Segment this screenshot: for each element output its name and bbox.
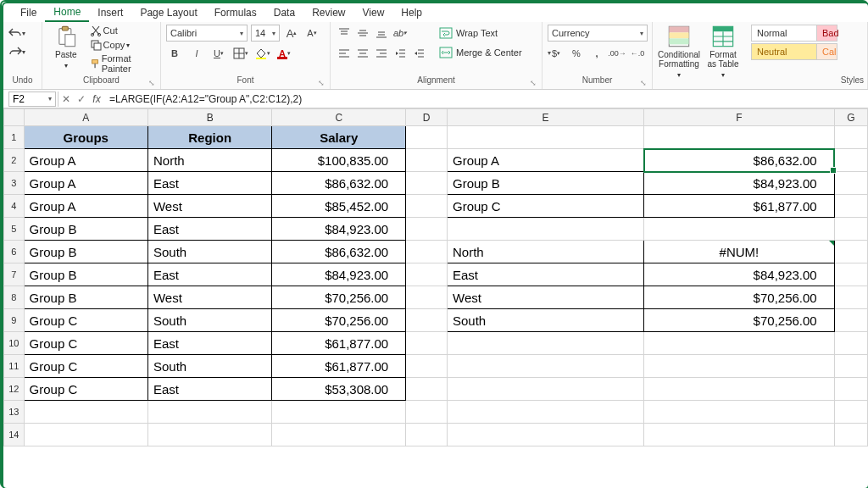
cell-C7[interactable]: $84,923.00	[272, 263, 406, 286]
row-header-10[interactable]: 10	[4, 332, 25, 355]
cell-G9[interactable]	[834, 309, 867, 332]
cell-D10[interactable]	[406, 332, 448, 355]
row-header-9[interactable]: 9	[4, 309, 25, 332]
cell-G14[interactable]	[834, 424, 867, 446]
menu-insert[interactable]: Insert	[89, 4, 131, 21]
cell-C14[interactable]	[272, 424, 406, 446]
cell-D1[interactable]	[406, 126, 448, 149]
cell-C2[interactable]: $100,835.00	[272, 149, 406, 172]
cell-B13[interactable]	[147, 401, 271, 424]
border-icon[interactable]: ▾	[232, 45, 249, 62]
cell-E5[interactable]	[448, 218, 644, 241]
col-header-F[interactable]: F	[644, 109, 835, 126]
cell-D8[interactable]	[406, 286, 448, 309]
cell-G7[interactable]	[834, 263, 867, 286]
cell-B5[interactable]: East	[147, 218, 271, 241]
row-header-13[interactable]: 13	[4, 401, 25, 424]
row-header-14[interactable]: 14	[4, 424, 25, 446]
dialog-launcher-icon[interactable]: ⤡	[530, 79, 537, 87]
number-format-select[interactable]: Currency▾	[548, 25, 648, 42]
cell-C12[interactable]: $53,308.00	[272, 378, 406, 401]
cell-G6[interactable]	[834, 241, 867, 263]
cell-D12[interactable]	[406, 378, 448, 401]
cell-D13[interactable]	[406, 401, 448, 424]
cell-D4[interactable]	[406, 195, 448, 218]
cut-button[interactable]: Cut	[90, 25, 155, 36]
cell-C5[interactable]: $84,923.00	[272, 218, 406, 241]
cell-G12[interactable]	[834, 378, 867, 401]
cell-F8[interactable]: $70,256.00	[644, 286, 835, 309]
cell-A1[interactable]: Groups	[24, 126, 147, 149]
col-header-A[interactable]: A	[24, 109, 147, 126]
cell-E11[interactable]	[448, 355, 644, 378]
cell-F2[interactable]: $86,632.00	[644, 149, 835, 172]
cell-A13[interactable]	[24, 401, 147, 424]
cell-G3[interactable]	[834, 172, 867, 195]
menu-formulas[interactable]: Formulas	[206, 4, 265, 21]
merge-center-button[interactable]: Merge & Center▾	[436, 44, 554, 61]
menu-help[interactable]: Help	[392, 4, 431, 21]
fill-color-icon[interactable]: ▾	[254, 45, 271, 62]
cell-F1[interactable]	[644, 126, 835, 149]
cell-style-neutral[interactable]: Neutral	[751, 43, 817, 60]
align-right-icon[interactable]	[373, 45, 390, 62]
fx-icon[interactable]: fx	[89, 93, 104, 105]
cell-F6[interactable]: #NUM!	[644, 241, 835, 263]
bold-icon[interactable]: B	[166, 45, 183, 62]
cell-F9[interactable]: $70,256.00	[644, 309, 835, 332]
cell-A2[interactable]: Group A	[24, 149, 147, 172]
copy-button[interactable]: Copy ▾	[90, 39, 155, 51]
cell-A5[interactable]: Group B	[24, 218, 147, 241]
orientation-icon[interactable]: ab▾	[392, 25, 409, 42]
row-header-2[interactable]: 2	[4, 149, 25, 172]
cell-F7[interactable]: $84,923.00	[644, 263, 835, 286]
increase-indent-icon[interactable]	[410, 45, 427, 62]
cell-G2[interactable]	[834, 149, 867, 172]
cell-E6[interactable]: North	[448, 241, 644, 263]
cell-F13[interactable]	[644, 401, 835, 424]
cell-E1[interactable]	[448, 126, 644, 149]
cell-F10[interactable]	[644, 332, 835, 355]
comma-icon[interactable]: ,	[588, 45, 605, 62]
col-header-D[interactable]: D	[406, 109, 448, 126]
cell-F11[interactable]	[644, 355, 835, 378]
cell-C8[interactable]: $70,256.00	[272, 286, 406, 309]
cell-E14[interactable]	[448, 424, 644, 446]
cell-F14[interactable]	[644, 424, 835, 446]
cell-A9[interactable]: Group C	[24, 309, 147, 332]
cell-D5[interactable]	[406, 218, 448, 241]
cell-B11[interactable]: South	[147, 355, 271, 378]
cell-F12[interactable]	[644, 378, 835, 401]
cell-D11[interactable]	[406, 355, 448, 378]
format-as-table-button[interactable]: Format as Table ▾	[705, 25, 741, 80]
cell-C4[interactable]: $85,452.00	[272, 195, 406, 218]
cancel-formula-icon[interactable]: ✕	[58, 93, 74, 105]
cell-F5[interactable]	[644, 218, 835, 241]
col-header-B[interactable]: B	[147, 109, 271, 126]
row-header-7[interactable]: 7	[4, 263, 25, 286]
decrease-indent-icon[interactable]	[392, 45, 409, 62]
row-header-11[interactable]: 11	[4, 355, 25, 378]
align-top-icon[interactable]	[336, 25, 353, 42]
cell-D9[interactable]	[406, 309, 448, 332]
font-color-icon[interactable]: A▾	[276, 45, 293, 62]
menu-page-layout[interactable]: Page Layout	[131, 4, 205, 21]
enter-formula-icon[interactable]: ✓	[74, 93, 89, 105]
col-header-E[interactable]: E	[448, 109, 644, 126]
cell-style-calculation[interactable]: Cal	[817, 43, 837, 60]
cell-D2[interactable]	[406, 149, 448, 172]
cell-C11[interactable]: $61,877.00	[272, 355, 406, 378]
cell-E2[interactable]: Group A	[448, 149, 644, 172]
decrease-decimal-icon[interactable]: ←.0	[629, 45, 646, 62]
paste-button[interactable]: Paste▾	[47, 25, 85, 70]
cell-E8[interactable]: West	[448, 286, 644, 309]
col-header-C[interactable]: C	[272, 109, 406, 126]
italic-icon[interactable]: I	[188, 45, 205, 62]
cell-A11[interactable]: Group C	[24, 355, 147, 378]
redo-icon[interactable]: ▾	[8, 43, 25, 60]
select-all-corner[interactable]	[4, 109, 25, 126]
cell-E12[interactable]	[448, 378, 644, 401]
row-header-8[interactable]: 8	[4, 286, 25, 309]
percent-icon[interactable]: %	[568, 45, 585, 62]
cell-B10[interactable]: East	[147, 332, 271, 355]
